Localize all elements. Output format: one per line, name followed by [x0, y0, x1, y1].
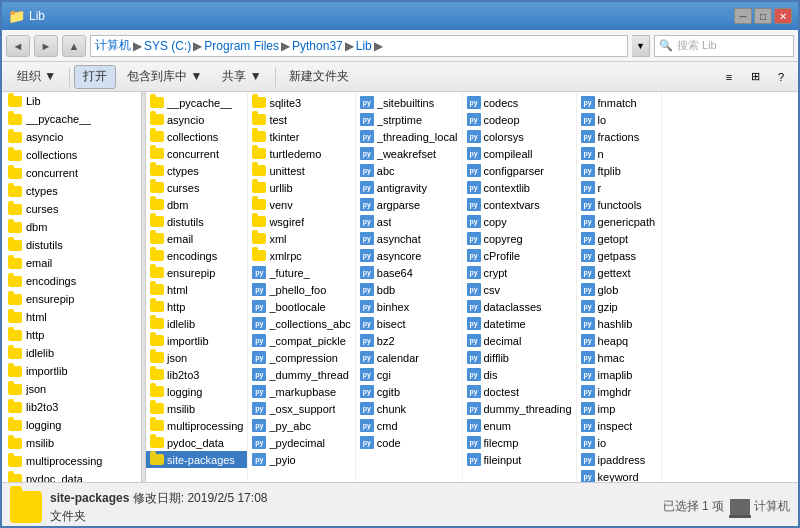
file-item[interactable]: py_collections_abc	[248, 315, 354, 332]
file-item[interactable]: py_future_	[248, 264, 354, 281]
file-item[interactable]: py_strptime	[356, 111, 462, 128]
file-item[interactable]: importlib	[146, 332, 247, 349]
file-item[interactable]: pycodeop	[463, 111, 576, 128]
file-item[interactable]: pycodecs	[463, 94, 576, 111]
maximize-button[interactable]: □	[754, 8, 772, 24]
file-item[interactable]: pybase64	[356, 264, 462, 281]
file-item[interactable]: pyhmac	[577, 349, 661, 366]
file-item[interactable]: pycmd	[356, 417, 462, 434]
left-item-encodings[interactable]: encodings	[2, 272, 141, 290]
left-item-ensurepip[interactable]: ensurepip	[2, 290, 141, 308]
file-item[interactable]: ensurepip	[146, 264, 247, 281]
forward-button[interactable]: ►	[34, 35, 58, 57]
file-item[interactable]: pycsv	[463, 281, 576, 298]
back-button[interactable]: ◄	[6, 35, 30, 57]
file-item[interactable]: pyimp	[577, 400, 661, 417]
file-item[interactable]: pyio	[577, 434, 661, 451]
file-item[interactable]: pycolorsys	[463, 128, 576, 145]
file-item[interactable]: pyfractions	[577, 128, 661, 145]
file-item[interactable]: pyfileinput	[463, 451, 576, 468]
file-item[interactable]: pyimaplib	[577, 366, 661, 383]
left-item-multiprocessing[interactable]: multiprocessing	[2, 452, 141, 470]
file-item[interactable]: pyfnmatch	[577, 94, 661, 111]
left-item-json[interactable]: json	[2, 380, 141, 398]
organize-button[interactable]: 组织 ▼	[8, 65, 65, 89]
file-item-site-packages[interactable]: site-packages	[146, 451, 247, 468]
file-item[interactable]: pycontextlib	[463, 179, 576, 196]
left-item-lib[interactable]: Lib	[2, 92, 141, 110]
help-button[interactable]: ?	[770, 66, 792, 88]
up-button[interactable]: ▲	[62, 35, 86, 57]
file-item[interactable]: xmlrpc	[248, 247, 354, 264]
file-item[interactable]: pyasynchat	[356, 230, 462, 247]
file-item[interactable]: asyncio	[146, 111, 247, 128]
file-item[interactable]: lib2to3	[146, 366, 247, 383]
file-item[interactable]: pycalendar	[356, 349, 462, 366]
file-item[interactable]: pyargparse	[356, 196, 462, 213]
file-item[interactable]: venv	[248, 196, 354, 213]
left-item-email[interactable]: email	[2, 254, 141, 272]
file-item[interactable]: pyfunctools	[577, 196, 661, 213]
file-item-crypt[interactable]: pycrypt	[463, 264, 576, 281]
file-item[interactable]: pyast	[356, 213, 462, 230]
file-item[interactable]: py_weakrefset	[356, 145, 462, 162]
left-item-logging[interactable]: logging	[2, 416, 141, 434]
left-item-ctypes[interactable]: ctypes	[2, 182, 141, 200]
left-item-curses[interactable]: curses	[2, 200, 141, 218]
file-item[interactable]: email	[146, 230, 247, 247]
left-item-dbm[interactable]: dbm	[2, 218, 141, 236]
file-item[interactable]: xml	[248, 230, 354, 247]
file-item[interactable]: py_py_abc	[248, 417, 354, 434]
left-item-concurrent[interactable]: concurrent	[2, 164, 141, 182]
file-item[interactable]: pyhashlib	[577, 315, 661, 332]
file-item[interactable]: pyimghdr	[577, 383, 661, 400]
file-item[interactable]: pygetpass	[577, 247, 661, 264]
file-item[interactable]: multiprocessing	[146, 417, 247, 434]
file-item[interactable]: pyheapq	[577, 332, 661, 349]
left-item-distutils[interactable]: distutils	[2, 236, 141, 254]
file-item[interactable]: py_phello_foo	[248, 281, 354, 298]
file-item[interactable]: pydatetime	[463, 315, 576, 332]
file-item[interactable]: pyconfigparser	[463, 162, 576, 179]
file-item[interactable]: encodings	[146, 247, 247, 264]
file-item[interactable]: py_osx_support	[248, 400, 354, 417]
file-item[interactable]: py_bootlocale	[248, 298, 354, 315]
breadcrumb-lib[interactable]: Lib	[356, 39, 372, 53]
file-item[interactable]: pycopy	[463, 213, 576, 230]
file-item[interactable]: pybdb	[356, 281, 462, 298]
left-item-asyncio[interactable]: asyncio	[2, 128, 141, 146]
include-button[interactable]: 包含到库中 ▼	[118, 65, 211, 89]
file-item[interactable]: py_pydecimal	[248, 434, 354, 451]
open-button[interactable]: 打开	[74, 65, 116, 89]
file-item[interactable]: py_markupbase	[248, 383, 354, 400]
file-item[interactable]: py_sitebuiltins	[356, 94, 462, 111]
file-item[interactable]: pydoc_data	[146, 434, 247, 451]
breadcrumb-drive[interactable]: SYS (C:)	[144, 39, 191, 53]
file-item[interactable]: json	[146, 349, 247, 366]
file-item[interactable]: sqlite3	[248, 94, 354, 111]
file-item[interactable]: pydifflib	[463, 349, 576, 366]
file-item[interactable]: pyftplib	[577, 162, 661, 179]
file-item[interactable]: py_compression	[248, 349, 354, 366]
file-item[interactable]: pydis	[463, 366, 576, 383]
file-item[interactable]: wsgiref	[248, 213, 354, 230]
left-item-idlelib[interactable]: idlelib	[2, 344, 141, 362]
file-item[interactable]: pyglob	[577, 281, 661, 298]
file-item[interactable]: pylo	[577, 111, 661, 128]
file-item[interactable]: msilib	[146, 400, 247, 417]
file-item[interactable]: http	[146, 298, 247, 315]
file-item[interactable]: py_compat_pickle	[248, 332, 354, 349]
file-item[interactable]: pyn	[577, 145, 661, 162]
search-box[interactable]: 🔍 搜索 Lib	[654, 35, 794, 57]
file-item[interactable]: tkinter	[248, 128, 354, 145]
left-item-pydoc-data[interactable]: pydoc_data	[2, 470, 141, 482]
file-item[interactable]: pyinspect	[577, 417, 661, 434]
file-item[interactable]: ctypes	[146, 162, 247, 179]
file-item[interactable]: pyfilecmp	[463, 434, 576, 451]
left-item-collections[interactable]: collections	[2, 146, 141, 164]
file-item[interactable]: pycgitb	[356, 383, 462, 400]
file-item[interactable]: distutils	[146, 213, 247, 230]
address-path[interactable]: 计算机 ▶ SYS (C:) ▶ Program Files ▶ Python3…	[90, 35, 628, 57]
file-item[interactable]: pydummy_threading	[463, 400, 576, 417]
file-item[interactable]: collections	[146, 128, 247, 145]
